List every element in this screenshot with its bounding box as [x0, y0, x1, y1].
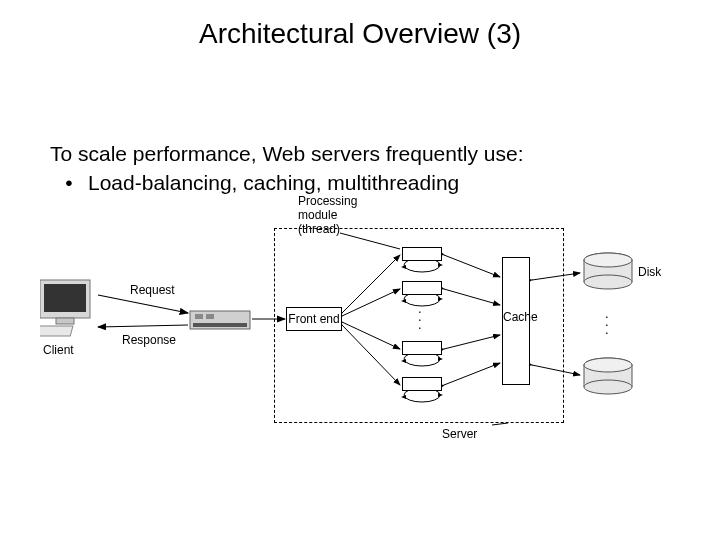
server-label: Server — [442, 427, 477, 441]
architecture-diagram: Front end Cache ... ... Client Request R… — [40, 225, 680, 465]
gateway-device-icon — [190, 311, 250, 329]
svg-rect-7 — [206, 314, 214, 319]
client-label: Client — [43, 343, 74, 357]
bullet-text: Load-balancing, caching, multithreading — [88, 171, 459, 194]
svg-point-32 — [584, 380, 632, 394]
thread-vdots: ... — [418, 305, 422, 329]
slide-title: Architectural Overview (3) — [0, 18, 720, 50]
svg-rect-2 — [56, 318, 74, 324]
front-end-box: Front end — [286, 307, 342, 331]
svg-point-33 — [584, 358, 632, 372]
disk-top-icon — [584, 253, 632, 289]
bullet-symbol: • — [50, 169, 88, 196]
svg-rect-3 — [40, 326, 73, 336]
disk-bottom-icon — [584, 358, 632, 394]
cache-box: Cache — [502, 257, 530, 385]
svg-rect-6 — [195, 314, 203, 319]
svg-point-26 — [584, 275, 632, 289]
thread-box-2 — [402, 281, 442, 295]
processing-label: Processing module (thread) — [298, 195, 357, 236]
request-arrow — [98, 295, 188, 313]
client-icon — [40, 280, 90, 336]
svg-point-27 — [584, 253, 632, 267]
svg-rect-5 — [193, 323, 247, 327]
disk-vdots: ... — [605, 310, 609, 334]
bullet-row: •Load-balancing, caching, multithreading — [50, 169, 524, 196]
body-text: To scale performance, Web servers freque… — [50, 140, 524, 197]
thread-box-1 — [402, 247, 442, 261]
thread-box-3 — [402, 341, 442, 355]
svg-rect-1 — [44, 284, 86, 312]
intro-line: To scale performance, Web servers freque… — [50, 140, 524, 167]
request-label: Request — [130, 283, 175, 297]
disk-label: Disk — [638, 265, 661, 279]
thread-box-4 — [402, 377, 442, 391]
response-arrow — [98, 325, 188, 327]
response-label: Response — [122, 333, 176, 347]
